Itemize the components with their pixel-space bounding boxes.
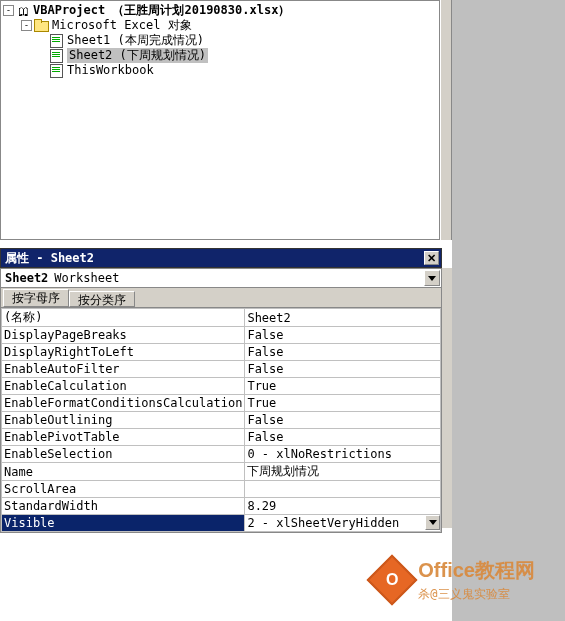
properties-tabs: 按字母序 按分类序: [0, 288, 442, 308]
collapse-icon[interactable]: -: [3, 5, 14, 16]
collapse-icon[interactable]: -: [21, 20, 32, 31]
property-row[interactable]: EnableCalculationTrue: [2, 378, 441, 395]
property-name[interactable]: EnableFormatConditionsCalculation: [2, 395, 245, 412]
property-row[interactable]: (名称)Sheet2: [2, 309, 441, 327]
worksheet-icon: [49, 34, 64, 47]
property-value[interactable]: 8.29: [245, 498, 441, 515]
object-name: Sheet2: [5, 271, 48, 285]
property-value[interactable]: True: [245, 378, 441, 395]
property-value[interactable]: Sheet2: [245, 309, 441, 327]
property-value[interactable]: False: [245, 327, 441, 344]
property-value[interactable]: 0 - xlNoRestrictions: [245, 446, 441, 463]
watermark-badge-icon: O: [367, 555, 418, 606]
tree-sheet-node[interactable]: Sheet1 (本周完成情况): [3, 33, 437, 48]
chevron-down-icon[interactable]: [424, 270, 440, 286]
property-row[interactable]: EnableFormatConditionsCalculationTrue: [2, 395, 441, 412]
property-name[interactable]: Visible: [2, 515, 245, 532]
property-row[interactable]: DisplayRightToLeftFalse: [2, 344, 441, 361]
properties-titlebar[interactable]: 属性 - Sheet2 ✕: [0, 248, 442, 268]
close-icon[interactable]: ✕: [424, 251, 439, 265]
property-value[interactable]: True: [245, 395, 441, 412]
tree-item-label: Sheet1 (本周完成情况): [67, 33, 204, 48]
tree-workbook-node[interactable]: ThisWorkbook: [3, 63, 437, 78]
tree-project-node[interactable]: - 🕮 VBAProject （王胜周计划20190830.xlsx）: [3, 3, 437, 18]
property-row[interactable]: ScrollArea: [2, 481, 441, 498]
tree-item-label: ThisWorkbook: [67, 63, 154, 78]
property-value[interactable]: False: [245, 344, 441, 361]
property-value[interactable]: False: [245, 361, 441, 378]
workbook-icon: [49, 64, 64, 77]
tree-sheet-node[interactable]: Sheet2 (下周规划情况): [3, 48, 437, 63]
mdi-background: [452, 0, 565, 621]
property-name[interactable]: DisplayPageBreaks: [2, 327, 245, 344]
tab-alphabetic[interactable]: 按字母序: [3, 289, 69, 307]
properties-window: 属性 - Sheet2 ✕ Sheet2 Worksheet 按字母序 按分类序…: [0, 248, 442, 533]
property-row[interactable]: Name下周规划情况: [2, 463, 441, 481]
property-row[interactable]: EnableSelection0 - xlNoRestrictions: [2, 446, 441, 463]
property-row[interactable]: EnableAutoFilterFalse: [2, 361, 441, 378]
tree-folder-node[interactable]: - Microsoft Excel 对象: [3, 18, 437, 33]
property-name[interactable]: EnableAutoFilter: [2, 361, 245, 378]
property-row[interactable]: Visible2 - xlSheetVeryHidden: [2, 515, 441, 532]
property-name[interactable]: EnableCalculation: [2, 378, 245, 395]
property-name[interactable]: (名称): [2, 309, 245, 327]
chevron-down-icon[interactable]: [425, 515, 440, 530]
panel-edge: [442, 268, 452, 528]
splitter-vertical[interactable]: [440, 0, 452, 240]
project-explorer[interactable]: - 🕮 VBAProject （王胜周计划20190830.xlsx） - Mi…: [0, 0, 440, 240]
property-name[interactable]: EnableSelection: [2, 446, 245, 463]
property-row[interactable]: EnableOutliningFalse: [2, 412, 441, 429]
property-row[interactable]: DisplayPageBreaksFalse: [2, 327, 441, 344]
property-value[interactable]: 2 - xlSheetVeryHidden: [245, 515, 441, 532]
property-name[interactable]: EnableOutlining: [2, 412, 245, 429]
property-name[interactable]: StandardWidth: [2, 498, 245, 515]
tree-item-label: Sheet2 (下周规划情况): [67, 48, 208, 63]
property-row[interactable]: StandardWidth8.29: [2, 498, 441, 515]
properties-grid[interactable]: (名称)Sheet2DisplayPageBreaksFalseDisplayR…: [1, 308, 441, 532]
vba-project-icon: 🕮: [16, 4, 30, 17]
property-value[interactable]: False: [245, 412, 441, 429]
watermark: O Office教程网 杀@三义鬼实验室: [374, 557, 535, 603]
folder-icon: [34, 19, 49, 32]
property-name[interactable]: ScrollArea: [2, 481, 245, 498]
property-value[interactable]: [245, 481, 441, 498]
property-value[interactable]: False: [245, 429, 441, 446]
tab-categorized[interactable]: 按分类序: [69, 291, 135, 307]
property-value[interactable]: 下周规划情况: [245, 463, 441, 481]
property-name[interactable]: DisplayRightToLeft: [2, 344, 245, 361]
object-type: Worksheet: [54, 271, 119, 285]
object-selector[interactable]: Sheet2 Worksheet: [0, 268, 442, 288]
property-name[interactable]: Name: [2, 463, 245, 481]
project-label: VBAProject （王胜周计划20190830.xlsx）: [33, 3, 290, 18]
property-row[interactable]: EnablePivotTableFalse: [2, 429, 441, 446]
worksheet-icon: [49, 49, 64, 62]
watermark-line1: Office教程网: [418, 557, 535, 584]
folder-label: Microsoft Excel 对象: [52, 18, 192, 33]
properties-title: 属性 - Sheet2: [5, 250, 94, 267]
property-name[interactable]: EnablePivotTable: [2, 429, 245, 446]
watermark-line2: 杀@三义鬼实验室: [418, 586, 535, 603]
